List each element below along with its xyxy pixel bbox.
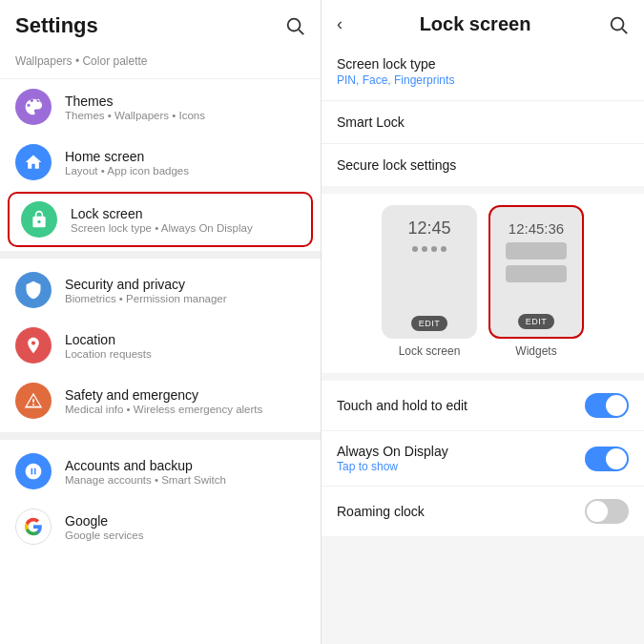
smart-lock-title: Smart Lock — [337, 114, 629, 130]
home-subtitle: Layout • App icon badges — [65, 165, 305, 177]
dot-4 — [441, 246, 447, 252]
roaming-clock-left: Roaming clock — [337, 504, 425, 519]
safety-text: Safety and emergency Medical info • Wire… — [65, 387, 305, 415]
toggles-section: Touch and hold to edit Always On Display… — [322, 381, 644, 536]
widgets-preview-card[interactable]: 12:45:36 EDIT Widgets — [488, 205, 584, 358]
always-on-knob — [606, 448, 627, 469]
search-icon[interactable] — [284, 15, 305, 36]
location-icon-bg — [15, 327, 52, 364]
touch-hold-toggle[interactable] — [585, 393, 629, 418]
google-icon — [24, 517, 43, 536]
dot-1 — [412, 246, 418, 252]
divider-2 — [0, 432, 321, 440]
dot-3 — [431, 246, 437, 252]
security-title: Security and privacy — [65, 277, 305, 292]
lock-screen-dots — [412, 246, 447, 252]
svg-point-0 — [288, 19, 301, 31]
home-title: Home screen — [65, 149, 305, 164]
themes-icon — [24, 97, 43, 116]
safety-icon-bg — [15, 383, 52, 419]
lock-screen-content: Screen lock type PIN, Face, Fingerprints… — [322, 43, 644, 644]
preview-cards: 12:45 EDIT Lock screen 12:45:3 — [337, 205, 629, 358]
always-on-row: Always On Display Tap to show — [322, 431, 644, 487]
widgets-bar-1 — [506, 242, 567, 260]
settings-item-themes[interactable]: Themes Themes • Wallpapers • Icons — [0, 79, 321, 135]
settings-header: Settings — [0, 0, 321, 46]
settings-item-location[interactable]: Location Location requests — [0, 318, 321, 373]
divider-1 — [0, 251, 321, 259]
lock-icon — [30, 210, 49, 229]
touch-hold-title: Touch and hold to edit — [337, 398, 467, 413]
back-arrow-icon: ‹ — [337, 14, 343, 34]
roaming-clock-title: Roaming clock — [337, 504, 425, 519]
secure-lock-title: Secure lock settings — [337, 157, 629, 173]
always-on-subtitle[interactable]: Tap to show — [337, 460, 448, 473]
always-on-title: Always On Display — [337, 444, 448, 459]
roaming-clock-knob — [587, 501, 608, 522]
google-title: Google — [65, 513, 305, 529]
secure-lock-item[interactable]: Secure lock settings — [322, 144, 644, 186]
security-text: Security and privacy Biometrics • Permis… — [65, 277, 305, 304]
roaming-clock-row: Roaming clock — [322, 487, 644, 536]
accounts-icon — [24, 462, 43, 481]
settings-item-safety[interactable]: Safety and emergency Medical info • Wire… — [0, 373, 321, 428]
location-title: Location — [65, 332, 305, 347]
accounts-text: Accounts and backup Manage accounts • Sm… — [65, 458, 305, 486]
settings-item-accounts[interactable]: Accounts and backup Manage accounts • Sm… — [0, 444, 321, 499]
lock-screen-header: ‹ Lock screen — [322, 0, 644, 43]
preview-section: 12:45 EDIT Lock screen 12:45:3 — [322, 194, 644, 373]
home-text: Home screen Layout • App icon badges — [65, 149, 305, 177]
screen-lock-type-item[interactable]: Screen lock type PIN, Face, Fingerprints — [322, 43, 644, 101]
lock-screen-panel: ‹ Lock screen Screen lock type PIN, Face… — [322, 0, 644, 644]
smart-lock-item[interactable]: Smart Lock — [322, 101, 644, 144]
location-subtitle: Location requests — [65, 348, 305, 360]
settings-item-security[interactable]: Security and privacy Biometrics • Permis… — [0, 262, 321, 318]
accounts-title: Accounts and backup — [65, 458, 305, 473]
home-icon-bg — [15, 144, 52, 180]
touch-hold-row: Touch and hold to edit — [322, 381, 644, 431]
widgets-bar-2 — [506, 265, 567, 282]
home-icon — [24, 153, 43, 172]
google-text: Google Google services — [65, 513, 305, 541]
safety-icon — [24, 391, 43, 410]
settings-item-lock-screen[interactable]: Lock screen Screen lock type • Always On… — [8, 192, 313, 247]
lock-screen-edit-btn[interactable]: EDIT — [411, 316, 448, 331]
location-text: Location Location requests — [65, 332, 305, 360]
safety-subtitle: Medical info • Wireless emergency alerts — [65, 404, 305, 415]
settings-list: Wallpapers • Color palette Themes Themes… — [0, 46, 321, 644]
themes-subtitle: Themes • Wallpapers • Icons — [65, 110, 305, 121]
settings-panel: Settings Wallpapers • Color palette Them… — [0, 0, 322, 644]
widgets-edit-btn[interactable]: EDIT — [518, 314, 555, 329]
location-icon — [24, 336, 43, 355]
svg-point-2 — [612, 17, 624, 30]
lock-subtitle: Screen lock type • Always On Display — [71, 222, 300, 234]
lock-screen-frame: 12:45 EDIT — [382, 205, 477, 339]
google-icon-bg — [15, 509, 52, 545]
themes-title: Themes — [65, 93, 305, 109]
themes-text: Themes Themes • Wallpapers • Icons — [65, 93, 305, 121]
settings-item-google[interactable]: Google Google services — [0, 499, 321, 554]
widgets-frame: 12:45:36 EDIT — [488, 205, 584, 339]
back-button[interactable]: ‹ — [337, 14, 343, 34]
wallpapers-item: Wallpapers • Color palette — [0, 46, 321, 79]
lock-screen-preview-card[interactable]: 12:45 EDIT Lock screen — [382, 205, 477, 358]
google-subtitle: Google services — [65, 530, 305, 541]
lock-screen-title: Lock screen — [420, 13, 531, 35]
always-on-toggle[interactable] — [585, 447, 629, 471]
svg-line-1 — [299, 30, 303, 34]
widgets-card-label: Widgets — [515, 344, 556, 358]
always-on-left: Always On Display Tap to show — [337, 444, 448, 473]
right-search-icon[interactable] — [608, 14, 629, 35]
touch-hold-knob — [606, 395, 627, 416]
settings-item-home-screen[interactable]: Home screen Layout • App icon badges — [0, 135, 321, 190]
widgets-time: 12:45:36 — [509, 220, 564, 237]
lock-screen-card-label: Lock screen — [399, 344, 461, 358]
touch-hold-left: Touch and hold to edit — [337, 398, 467, 413]
wallpapers-text: Wallpapers • Color palette — [15, 54, 148, 68]
lock-icon-bg — [21, 201, 57, 238]
screen-lock-type-subtitle: PIN, Face, Fingerprints — [337, 73, 629, 87]
security-subtitle: Biometrics • Permission manager — [65, 293, 305, 304]
lock-screen-time: 12:45 — [407, 218, 450, 239]
roaming-clock-toggle[interactable] — [585, 499, 629, 524]
themes-icon-bg — [15, 89, 52, 125]
